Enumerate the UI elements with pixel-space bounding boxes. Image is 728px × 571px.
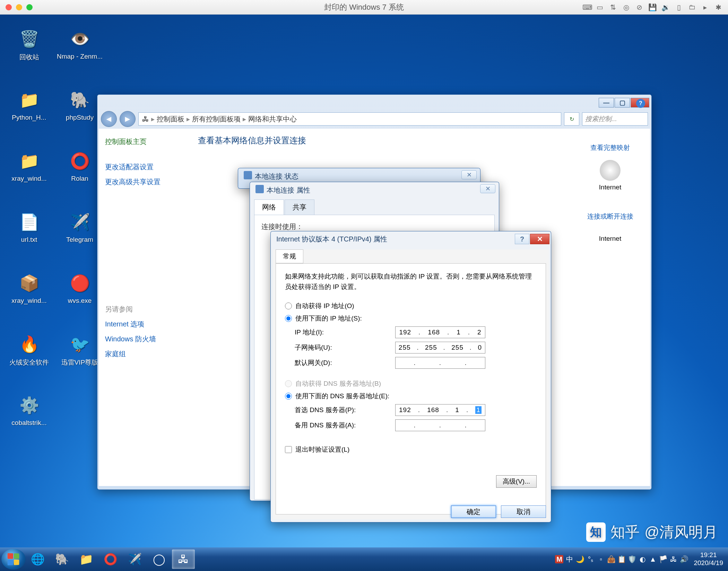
settings-panel: 如果网络支持此功能，则可以获取自动指派的 IP 设置。否则，您需要从网络系统管理… (276, 263, 546, 514)
ok-button[interactable]: 确定 (451, 505, 496, 518)
back-button[interactable]: ◄ (101, 111, 117, 127)
start-button[interactable] (1, 549, 26, 570)
tray-moon-icon[interactable]: 🌙 (576, 555, 584, 563)
taskbar-phpstudy[interactable]: 🐘 (51, 549, 73, 569)
cobaltstrike-icon: ⚙️ (17, 393, 42, 418)
taskbar-rolan[interactable]: ⭕ (99, 549, 122, 569)
close-button[interactable]: ✕ (530, 234, 549, 244)
tray-ime[interactable]: 中 (565, 555, 574, 563)
nmap-icon: 👁️ (67, 26, 92, 51)
tray-note-icon[interactable]: 📋 (617, 555, 626, 563)
ip-label: IP 地址(I): (295, 328, 395, 337)
tab-sharing[interactable]: 共享 (285, 199, 314, 215)
address-bar: ◄ ► 🖧 ▸控制面板 ▸所有控制面板项 ▸网络和共享中心 ↻ 搜索控制... (101, 111, 648, 127)
tab-network[interactable]: 网络 (254, 199, 284, 215)
tray-circle-icon[interactable]: ◐ (638, 555, 647, 563)
floppy-icon[interactable]: 💾 (648, 3, 657, 11)
taskbar-control-panel[interactable]: 🖧 (172, 549, 195, 569)
radio-auto-ip[interactable]: 自动获得 IP 地址(O) (285, 301, 537, 310)
keyboard-icon[interactable]: ⌨ (582, 3, 591, 11)
minimize-traffic-icon[interactable] (16, 4, 22, 10)
tray-weather-icon[interactable]: °ₛ (586, 555, 595, 563)
taskbar-explorer[interactable]: 📁 (75, 549, 98, 569)
tray-flag-icon[interactable]: 🏳️ (659, 555, 667, 563)
maximize-button[interactable]: ▢ (615, 98, 630, 108)
ip-address-input[interactable]: 192.168.1.2 (395, 326, 485, 338)
alternate-dns-input[interactable]: . . . (395, 419, 485, 431)
preferred-dns-input[interactable]: 192.168.1.1 (395, 404, 485, 416)
advanced-button[interactable]: 高级(V)... (496, 475, 537, 488)
disc-icon[interactable]: ◎ (622, 3, 630, 11)
desktop-icon-xray-rar[interactable]: 📦xray_wind... (5, 271, 53, 330)
validate-on-exit-checkbox[interactable]: 退出时验证设置(L) (285, 445, 537, 454)
taskbar-clock[interactable]: 19:21 2020/4/19 (694, 551, 723, 567)
tray-arrow-icon[interactable]: ▲ (649, 555, 657, 563)
desktop-icon-xray-folder[interactable]: 📁xray_wind... (5, 148, 53, 208)
vm-title: 封印的 Windows 7 系统 (324, 2, 404, 12)
desktop-icon-huorong[interactable]: 🔥火绒安全软件 (5, 332, 53, 391)
windows-desktop[interactable]: 🗑️回收站 👁️Nmap - Zenm... 📁Python_H... 🐘php… (0, 15, 728, 571)
tray-shield-icon[interactable]: 🛡️ (628, 555, 636, 563)
display-icon[interactable]: ▭ (596, 3, 604, 11)
view-full-map-link[interactable]: 查看完整映射 (577, 143, 643, 152)
sidebar-adapter-settings[interactable]: 更改适配器设置 (105, 162, 183, 172)
taskbar: 🌐 🐘 📁 ⭕ ✈️ ◯ 🖧 M 中 🌙 °ₛ ▫ 👜 📋 🛡️ ◐ ▲ 🏳️ … (0, 547, 728, 571)
taskbar-app[interactable]: ◯ (148, 549, 171, 569)
see-also-internet-options[interactable]: Internet 选项 (105, 319, 183, 329)
taskbar-telegram[interactable]: ✈️ (123, 549, 146, 569)
archive-icon: 📦 (17, 271, 42, 296)
menu-icon[interactable]: ▸ (701, 3, 709, 11)
taskbar-ie[interactable]: 🌐 (26, 549, 49, 569)
search-input[interactable]: 搜索控制... (582, 112, 648, 126)
desktop-icon-python-folder[interactable]: 📁Python_H... (5, 87, 53, 147)
dialog-titlebar[interactable]: Internet 协议版本 4 (TCP/IPv4) 属性 ? ✕ (271, 231, 551, 247)
desktop-icon-rolan[interactable]: ⭕Rolan (55, 148, 104, 208)
close-button[interactable]: ✕ (480, 184, 495, 193)
refresh-button[interactable]: ↻ (564, 112, 579, 126)
settings-gear-icon[interactable]: ✱ (714, 3, 722, 11)
connect-disconnect-link[interactable]: 连接或断开连接 (577, 212, 643, 221)
minimize-button[interactable]: — (599, 98, 614, 108)
network-off-icon[interactable]: ⊘ (635, 3, 643, 11)
radio-manual-ip[interactable]: 使用下面的 IP 地址(S): (285, 314, 537, 323)
help-button[interactable]: ? (515, 234, 529, 244)
shared-folder-icon[interactable]: 🗀 (688, 3, 696, 11)
desktop-icon-thunder[interactable]: 🐦迅雷VIP尊版 (55, 332, 104, 391)
tray-m-icon[interactable]: M (555, 555, 563, 563)
desktop-icon-nmap[interactable]: 👁️Nmap - Zenm... (55, 26, 104, 86)
desktop-icon-phpstudy[interactable]: 🐘phpStudy (55, 87, 104, 147)
cancel-button[interactable]: 取消 (501, 505, 546, 518)
usb-icon[interactable]: ⇅ (609, 3, 617, 11)
desktop-icon-wvs[interactable]: 🔴wvs.exe (55, 271, 104, 330)
tray-network-icon[interactable]: 🖧 (669, 555, 678, 563)
watermark: 知 知乎 @清风明月 (586, 522, 718, 542)
tray-bag-icon[interactable]: 👜 (607, 555, 615, 563)
breadcrumb[interactable]: 🖧 ▸控制面板 ▸所有控制面板项 ▸网络和共享中心 (138, 112, 561, 126)
close-traffic-icon[interactable] (6, 4, 12, 10)
help-icon[interactable]: ? (636, 99, 645, 108)
tray-app1-icon[interactable]: ▫ (597, 555, 605, 563)
window-titlebar[interactable]: — ▢ ✕ (97, 95, 651, 111)
see-also-firewall[interactable]: Windows 防火墙 (105, 334, 183, 344)
desktop-icon-url-txt[interactable]: 📄url.txt (5, 210, 53, 269)
desktop-icon-telegram[interactable]: ✈️Telegram (55, 210, 104, 269)
desktop-icon-recycle-bin[interactable]: 🗑️回收站 (5, 26, 53, 86)
wvs-icon: 🔴 (67, 271, 92, 296)
sidebar-sharing-settings[interactable]: 更改高级共享设置 (105, 177, 183, 187)
rolan-icon: ⭕ (67, 148, 92, 173)
telegram-icon: ✈️ (67, 210, 92, 235)
tab-general[interactable]: 常规 (276, 249, 303, 263)
forward-button[interactable]: ► (120, 111, 136, 127)
zoom-traffic-icon[interactable] (26, 4, 33, 10)
tablet-icon[interactable]: ▯ (675, 3, 683, 11)
gateway-input[interactable]: . . . (395, 357, 485, 369)
desktop-icon-cobaltstrike[interactable]: ⚙️cobaltstrik... (5, 393, 53, 452)
close-button[interactable]: ✕ (461, 170, 477, 179)
sound-icon[interactable]: 🔉 (661, 3, 670, 11)
see-also-homegroup[interactable]: 家庭组 (105, 349, 183, 359)
tray-volume-icon[interactable]: 🔊 (680, 555, 688, 563)
subnet-mask-input[interactable]: 255.255.255.0 (395, 342, 485, 353)
sidebar-home[interactable]: 控制面板主页 (105, 137, 183, 146)
radio-manual-dns[interactable]: 使用下面的 DNS 服务器地址(E): (285, 392, 537, 401)
right-pane: 查看完整映射 Internet 连接或断开连接 Internet (570, 129, 650, 486)
